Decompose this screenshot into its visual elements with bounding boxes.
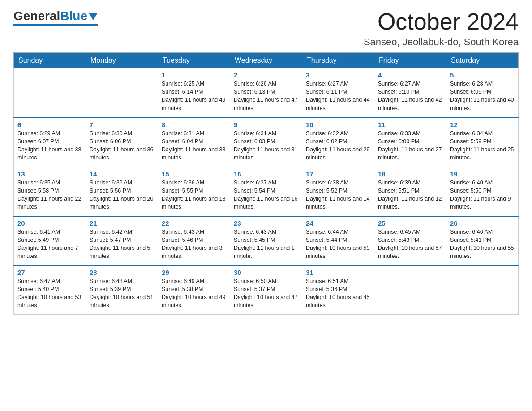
calendar-cell: 30Sunrise: 6:50 AMSunset: 5:37 PMDayligh…: [230, 265, 302, 315]
day-number: 29: [162, 269, 226, 276]
calendar-cell: 6Sunrise: 6:29 AMSunset: 6:07 PMDaylight…: [14, 118, 86, 167]
weekday-header-sunday: Sunday: [14, 53, 86, 68]
weekday-header-saturday: Saturday: [446, 53, 519, 68]
calendar-cell: 15Sunrise: 6:36 AMSunset: 5:55 PMDayligh…: [158, 167, 230, 216]
day-info: Sunrise: 6:48 AMSunset: 5:39 PMDaylight:…: [90, 277, 154, 310]
day-info: Sunrise: 6:33 AMSunset: 6:00 PMDaylight:…: [378, 129, 442, 162]
day-number: 26: [450, 219, 515, 227]
day-number: 12: [450, 121, 515, 128]
logo-blue-text: Blue: [60, 9, 87, 23]
day-number: 9: [234, 121, 298, 128]
calendar-cell: [14, 68, 86, 118]
day-info: Sunrise: 6:49 AMSunset: 5:38 PMDaylight:…: [162, 277, 226, 310]
day-info: Sunrise: 6:27 AMSunset: 6:11 PMDaylight:…: [306, 80, 370, 112]
logo-general-text: General: [13, 9, 60, 23]
calendar-cell: 23Sunrise: 6:43 AMSunset: 5:45 PMDayligh…: [230, 216, 302, 265]
day-info: Sunrise: 6:32 AMSunset: 6:02 PMDaylight:…: [306, 129, 370, 162]
day-number: 16: [234, 170, 298, 178]
day-number: 25: [378, 219, 442, 227]
title-area: October 2024 Sanseo, Jeollabuk-do, South…: [364, 9, 519, 48]
calendar-cell: 11Sunrise: 6:33 AMSunset: 6:00 PMDayligh…: [374, 118, 446, 167]
calendar-cell: 29Sunrise: 6:49 AMSunset: 5:38 PMDayligh…: [158, 265, 230, 315]
day-info: Sunrise: 6:47 AMSunset: 5:40 PMDaylight:…: [17, 277, 82, 310]
calendar-cell: 18Sunrise: 6:39 AMSunset: 5:51 PMDayligh…: [374, 167, 446, 216]
day-info: Sunrise: 6:30 AMSunset: 6:06 PMDaylight:…: [90, 129, 154, 162]
logo-blue-part: Blue: [60, 9, 98, 23]
week-row-2: 6Sunrise: 6:29 AMSunset: 6:07 PMDaylight…: [14, 118, 519, 167]
calendar-cell: 19Sunrise: 6:40 AMSunset: 5:50 PMDayligh…: [446, 167, 519, 216]
calendar-cell: 21Sunrise: 6:42 AMSunset: 5:47 PMDayligh…: [86, 216, 158, 265]
day-number: 23: [234, 219, 298, 227]
day-number: 18: [378, 170, 442, 178]
weekday-header-friday: Friday: [374, 53, 446, 68]
day-info: Sunrise: 6:36 AMSunset: 5:55 PMDaylight:…: [162, 179, 226, 211]
calendar-cell: 2Sunrise: 6:26 AMSunset: 6:13 PMDaylight…: [230, 68, 302, 118]
week-row-5: 27Sunrise: 6:47 AMSunset: 5:40 PMDayligh…: [14, 265, 519, 315]
day-number: 14: [90, 170, 154, 178]
logo-triangle-icon: [89, 13, 98, 20]
day-number: 15: [162, 170, 226, 178]
day-number: 20: [17, 219, 82, 227]
calendar-cell: [446, 265, 519, 315]
weekday-header-tuesday: Tuesday: [158, 53, 230, 68]
day-info: Sunrise: 6:31 AMSunset: 6:04 PMDaylight:…: [162, 129, 226, 162]
calendar-cell: 1Sunrise: 6:25 AMSunset: 6:14 PMDaylight…: [158, 68, 230, 118]
day-info: Sunrise: 6:26 AMSunset: 6:13 PMDaylight:…: [234, 80, 298, 112]
calendar-cell: 17Sunrise: 6:38 AMSunset: 5:52 PMDayligh…: [302, 167, 374, 216]
day-number: 31: [306, 269, 370, 276]
day-number: 2: [234, 71, 298, 79]
weekday-header-thursday: Thursday: [302, 53, 374, 68]
calendar-cell: 4Sunrise: 6:27 AMSunset: 6:10 PMDaylight…: [374, 68, 446, 118]
day-info: Sunrise: 6:43 AMSunset: 5:45 PMDaylight:…: [234, 228, 298, 261]
day-number: 6: [17, 121, 82, 128]
day-number: 13: [17, 170, 82, 178]
day-info: Sunrise: 6:42 AMSunset: 5:47 PMDaylight:…: [90, 228, 154, 261]
day-number: 19: [450, 170, 515, 178]
calendar-cell: 31Sunrise: 6:51 AMSunset: 5:36 PMDayligh…: [302, 265, 374, 315]
day-info: Sunrise: 6:45 AMSunset: 5:43 PMDaylight:…: [378, 228, 442, 261]
calendar-cell: 9Sunrise: 6:31 AMSunset: 6:03 PMDaylight…: [230, 118, 302, 167]
day-info: Sunrise: 6:44 AMSunset: 5:44 PMDaylight:…: [306, 228, 370, 261]
calendar-cell: 14Sunrise: 6:36 AMSunset: 5:56 PMDayligh…: [86, 167, 158, 216]
day-number: 17: [306, 170, 370, 178]
calendar-cell: 8Sunrise: 6:31 AMSunset: 6:04 PMDaylight…: [158, 118, 230, 167]
day-number: 22: [162, 219, 226, 227]
day-info: Sunrise: 6:35 AMSunset: 5:58 PMDaylight:…: [17, 179, 82, 211]
day-info: Sunrise: 6:27 AMSunset: 6:10 PMDaylight:…: [378, 80, 442, 112]
location-title: Sanseo, Jeollabuk-do, South Korea: [364, 36, 519, 48]
logo: General Blue: [13, 9, 98, 26]
day-number: 24: [306, 219, 370, 227]
weekday-header-row: SundayMondayTuesdayWednesdayThursdayFrid…: [14, 53, 519, 68]
calendar-cell: 5Sunrise: 6:28 AMSunset: 6:09 PMDaylight…: [446, 68, 519, 118]
calendar-cell: 27Sunrise: 6:47 AMSunset: 5:40 PMDayligh…: [14, 265, 86, 315]
day-info: Sunrise: 6:28 AMSunset: 6:09 PMDaylight:…: [450, 80, 515, 112]
day-number: 3: [306, 71, 370, 79]
day-info: Sunrise: 6:37 AMSunset: 5:54 PMDaylight:…: [234, 179, 298, 211]
calendar-cell: [374, 265, 446, 315]
calendar-cell: 7Sunrise: 6:30 AMSunset: 6:06 PMDaylight…: [86, 118, 158, 167]
day-number: 8: [162, 121, 226, 128]
day-number: 7: [90, 121, 154, 128]
calendar-cell: 24Sunrise: 6:44 AMSunset: 5:44 PMDayligh…: [302, 216, 374, 265]
day-info: Sunrise: 6:40 AMSunset: 5:50 PMDaylight:…: [450, 179, 515, 211]
day-info: Sunrise: 6:34 AMSunset: 5:59 PMDaylight:…: [450, 129, 515, 162]
calendar-cell: 20Sunrise: 6:41 AMSunset: 5:49 PMDayligh…: [14, 216, 86, 265]
day-number: 1: [162, 71, 226, 79]
day-info: Sunrise: 6:38 AMSunset: 5:52 PMDaylight:…: [306, 179, 370, 211]
calendar-cell: 12Sunrise: 6:34 AMSunset: 5:59 PMDayligh…: [446, 118, 519, 167]
month-title: October 2024: [364, 9, 519, 34]
calendar-cell: [86, 68, 158, 118]
day-info: Sunrise: 6:31 AMSunset: 6:03 PMDaylight:…: [234, 129, 298, 162]
week-row-4: 20Sunrise: 6:41 AMSunset: 5:49 PMDayligh…: [14, 216, 519, 265]
calendar-cell: 13Sunrise: 6:35 AMSunset: 5:58 PMDayligh…: [14, 167, 86, 216]
day-info: Sunrise: 6:25 AMSunset: 6:14 PMDaylight:…: [162, 80, 226, 112]
week-row-1: 1Sunrise: 6:25 AMSunset: 6:14 PMDaylight…: [14, 68, 519, 118]
day-number: 5: [450, 71, 515, 79]
weekday-header-wednesday: Wednesday: [230, 53, 302, 68]
day-info: Sunrise: 6:39 AMSunset: 5:51 PMDaylight:…: [378, 179, 442, 211]
day-info: Sunrise: 6:41 AMSunset: 5:49 PMDaylight:…: [17, 228, 82, 261]
day-number: 11: [378, 121, 442, 128]
calendar-cell: 10Sunrise: 6:32 AMSunset: 6:02 PMDayligh…: [302, 118, 374, 167]
day-info: Sunrise: 6:51 AMSunset: 5:36 PMDaylight:…: [306, 277, 370, 310]
day-number: 28: [90, 269, 154, 276]
